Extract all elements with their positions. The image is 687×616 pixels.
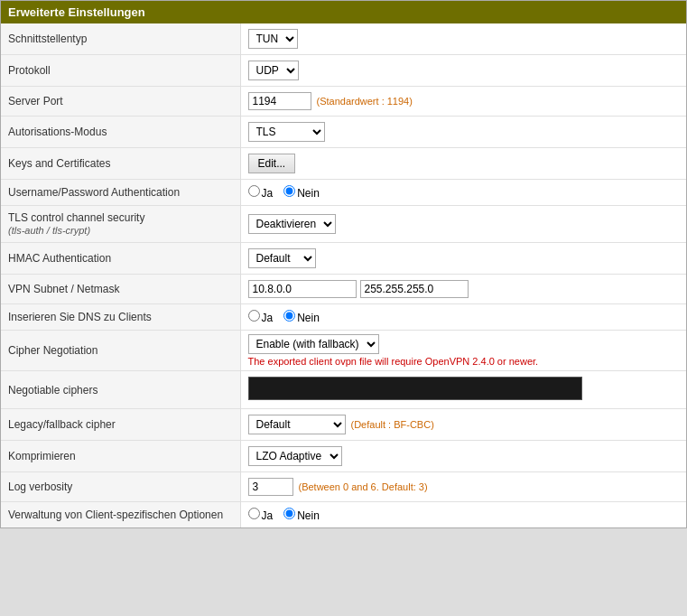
header-title: Erweiterte Einstellungen <box>8 5 145 19</box>
input-vpn-subnet-1[interactable] <box>248 280 357 298</box>
radio-label-username-password-nein[interactable]: Nein <box>283 187 320 200</box>
radio-label-client-options-ja[interactable]: Ja <box>248 509 274 522</box>
row-server-port: Server Port(Standardwert : 1194) <box>1 87 686 117</box>
select-protokoll[interactable]: UDPTCP <box>248 61 299 80</box>
select-autorisations-modus[interactable]: TLSStatic Key <box>248 122 325 142</box>
label-legacy-cipher: Legacy/fallback cipher <box>1 409 240 441</box>
row-username-password: Username/Password AuthenticationJaNein <box>1 180 686 206</box>
value-legacy-cipher: DefaultBF-CBCAES-128-CBCAES-256-CBC(Defa… <box>240 409 686 441</box>
label-vpn-subnet: VPN Subnet / Netmask <box>1 275 240 304</box>
select-legacy-cipher[interactable]: DefaultBF-CBCAES-128-CBCAES-256-CBC <box>248 415 346 434</box>
radio-label-dns-clients-ja[interactable]: Ja <box>248 312 274 324</box>
radio-dns-clients-ja[interactable] <box>248 310 260 322</box>
row-negotiable-ciphers: Negotiable ciphers <box>1 371 686 409</box>
value-keys-certificates: Edit... <box>240 148 686 180</box>
label-protokoll: Protokoll <box>1 55 240 87</box>
radio-label-dns-clients-nein[interactable]: Nein <box>283 312 320 324</box>
radio-username-password-ja[interactable] <box>248 185 260 197</box>
row-autorisations-modus: Autorisations-ModusTLSStatic Key <box>1 117 686 148</box>
row-client-options: Verwaltung von Client-spezifischen Optio… <box>1 502 686 528</box>
row-cipher-negotiation: Cipher NegotiationEnable (with fallback)… <box>1 331 686 371</box>
value-protokoll: UDPTCP <box>240 55 686 87</box>
label-negotiable-ciphers: Negotiable ciphers <box>1 371 240 409</box>
label-autorisations-modus: Autorisations-Modus <box>1 117 240 148</box>
radio-client-options-nein[interactable] <box>283 508 295 519</box>
label-schnittstellentyp: Schnittstellentyp <box>1 23 240 55</box>
input-server-port[interactable] <box>248 92 311 110</box>
row-schnittstellentyp: SchnittstellentypTUNTAP <box>1 23 686 55</box>
radio-label-client-options-nein[interactable]: Nein <box>283 509 320 522</box>
select-cipher-negotiation[interactable]: Enable (with fallback)EnableDisable <box>248 334 379 354</box>
hint-legacy-cipher: (Default : BF-CBC) <box>351 419 434 430</box>
select-schnittstellentyp[interactable]: TUNTAP <box>248 29 298 49</box>
label-username-password: Username/Password Authentication <box>1 180 240 206</box>
label-main-tls-control: TLS control channel security <box>8 211 144 224</box>
select-komprimieren[interactable]: LZO AdaptiveLZONone <box>248 446 342 466</box>
value-dns-clients: JaNein <box>240 304 686 331</box>
label-client-options: Verwaltung von Client-spezifischen Optio… <box>1 502 240 528</box>
value-komprimieren: LZO AdaptiveLZONone <box>240 441 686 472</box>
select-tls-control[interactable]: Deaktivierentls-authtls-crypt <box>248 214 336 234</box>
value-negotiable-ciphers <box>240 371 686 409</box>
row-dns-clients: Inserieren Sie DNS zu ClientsJaNein <box>1 304 686 331</box>
input-log-verbosity[interactable] <box>248 478 293 496</box>
main-container: Erweiterte Einstellungen Schnittstellent… <box>0 0 687 528</box>
label-dns-clients: Inserieren Sie DNS zu Clients <box>1 304 240 331</box>
row-tls-control: TLS control channel security(tls-auth / … <box>1 206 686 243</box>
value-hmac-auth: DefaultMD5SHA1SHA256 <box>240 243 686 275</box>
label-sub-tls-control: (tls-auth / tls-crypt) <box>8 225 90 236</box>
value-vpn-subnet <box>240 275 686 304</box>
radio-dns-clients-nein[interactable] <box>283 310 295 322</box>
value-cipher-negotiation: Enable (with fallback)EnableDisableThe e… <box>240 331 686 371</box>
value-server-port: (Standardwert : 1194) <box>240 87 686 117</box>
input-vpn-subnet-2[interactable] <box>360 280 469 298</box>
row-legacy-cipher: Legacy/fallback cipherDefaultBF-CBCAES-1… <box>1 409 686 441</box>
label-komprimieren: Komprimieren <box>1 441 240 472</box>
label-log-verbosity: Log verbosity <box>1 472 240 502</box>
row-hmac-auth: HMAC AuthenticationDefaultMD5SHA1SHA256 <box>1 243 686 275</box>
select-hmac-auth[interactable]: DefaultMD5SHA1SHA256 <box>248 248 316 268</box>
label-server-port: Server Port <box>1 87 240 117</box>
value-tls-control: Deaktivierentls-authtls-crypt <box>240 206 686 243</box>
warning-cipher-negotiation: The exported client ovpn file will requi… <box>248 356 680 367</box>
dark-input-negotiable-ciphers[interactable] <box>248 377 582 400</box>
row-log-verbosity: Log verbosity(Between 0 and 6. Default: … <box>1 472 686 502</box>
value-username-password: JaNein <box>240 180 686 206</box>
radio-username-password-nein[interactable] <box>283 185 295 197</box>
value-client-options: JaNein <box>240 502 686 528</box>
row-komprimieren: KomprimierenLZO AdaptiveLZONone <box>1 441 686 472</box>
value-autorisations-modus: TLSStatic Key <box>240 117 686 148</box>
settings-table: SchnittstellentypTUNTAPProtokollUDPTCPSe… <box>1 23 686 527</box>
hint-server-port: (Standardwert : 1194) <box>317 96 413 107</box>
label-hmac-auth: HMAC Authentication <box>1 243 240 275</box>
value-log-verbosity: (Between 0 and 6. Default: 3) <box>240 472 686 502</box>
row-keys-certificates: Keys and CertificatesEdit... <box>1 148 686 180</box>
label-cipher-negotiation: Cipher Negotiation <box>1 331 240 371</box>
radio-client-options-ja[interactable] <box>248 508 260 519</box>
page-header: Erweiterte Einstellungen <box>1 1 686 23</box>
button-keys-certificates[interactable]: Edit... <box>248 154 296 173</box>
hint-log-verbosity: (Between 0 and 6. Default: 3) <box>299 481 428 492</box>
label-keys-certificates: Keys and Certificates <box>1 148 240 180</box>
value-schnittstellentyp: TUNTAP <box>240 23 686 55</box>
row-protokoll: ProtokollUDPTCP <box>1 55 686 87</box>
radio-label-username-password-ja[interactable]: Ja <box>248 187 274 200</box>
row-vpn-subnet: VPN Subnet / Netmask <box>1 275 686 304</box>
label-tls-control: TLS control channel security(tls-auth / … <box>1 206 240 243</box>
